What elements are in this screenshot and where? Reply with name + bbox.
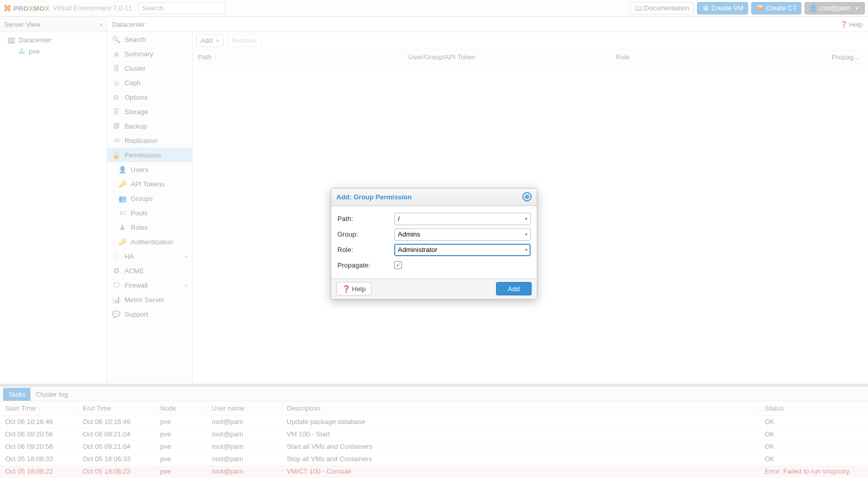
path-combo[interactable]: ▾	[394, 213, 531, 225]
chevron-down-icon: ▾	[525, 231, 528, 237]
group-label: Group:	[337, 230, 394, 238]
dialog-title: Add: Group Permission	[336, 193, 412, 201]
propagate-checkbox[interactable]: ✓	[394, 261, 402, 269]
propagate-label: Propagate:	[337, 261, 394, 269]
group-input[interactable]	[394, 228, 531, 241]
chevron-down-icon: ▾	[525, 247, 528, 253]
dialog-help-button[interactable]: ❓Help	[336, 282, 371, 295]
close-icon[interactable]: ⊗	[522, 192, 532, 201]
modal-layer: Add: Group Permission ⊗ Path: ▾ Group: ▾…	[0, 0, 868, 487]
role-combo[interactable]: ▾	[394, 244, 531, 256]
path-label: Path:	[337, 215, 394, 223]
role-label: Role:	[337, 246, 394, 254]
help-icon: ❓	[342, 285, 349, 293]
role-input[interactable]	[394, 244, 531, 256]
dialog-add-button[interactable]: Add	[496, 282, 532, 295]
chevron-down-icon: ▾	[525, 216, 528, 222]
path-input[interactable]	[394, 213, 531, 225]
add-group-permission-dialog: Add: Group Permission ⊗ Path: ▾ Group: ▾…	[331, 188, 537, 300]
group-combo[interactable]: ▾	[394, 228, 531, 241]
dialog-header[interactable]: Add: Group Permission ⊗	[331, 188, 537, 206]
